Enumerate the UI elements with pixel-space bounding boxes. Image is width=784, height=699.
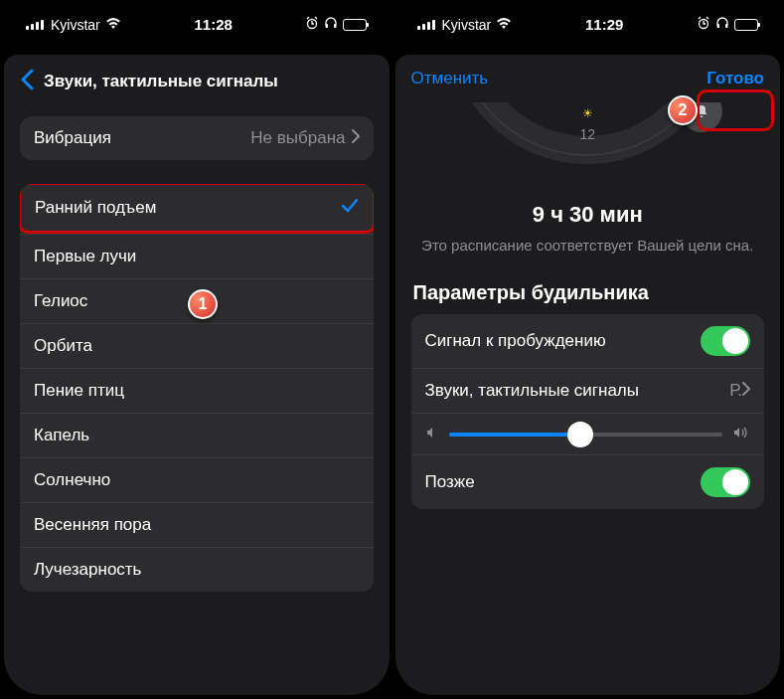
wake-signal-toggle[interactable] <box>701 326 750 356</box>
sounds-haptics-row[interactable]: Звуки, тактильные сигналы Р. <box>411 369 765 413</box>
annotation-marker-2: 2 <box>668 95 698 125</box>
vibration-value: Не выбрана <box>250 128 345 148</box>
wake-signal-row: Сигнал к пробуждению <box>411 314 765 368</box>
volume-slider[interactable] <box>449 433 723 437</box>
done-button[interactable]: Готово <box>706 69 764 88</box>
sound-option[interactable]: Пение птиц <box>20 368 374 413</box>
nav-bar: Звуки, тактильные сигналы <box>4 55 390 108</box>
sound-list: Ранний подъем Первые лучи Гелиос Орбита … <box>20 184 374 592</box>
signal-icon <box>26 20 44 30</box>
status-bar: Kyivstar 11:28 <box>4 4 390 39</box>
wifi-icon <box>105 17 121 33</box>
signal-icon <box>417 20 435 30</box>
alarm-options-group: Сигнал к пробуждению Звуки, тактильные с… <box>411 314 765 509</box>
svg-rect-4 <box>716 24 719 28</box>
carrier-label: Kyivstar <box>442 17 492 33</box>
snooze-row: Позже <box>411 454 765 509</box>
alarm-icon <box>697 16 710 33</box>
alarm-icon <box>305 16 319 33</box>
headphones-icon <box>324 16 338 33</box>
vibration-label: Вибрация <box>34 128 250 148</box>
wifi-icon <box>496 17 512 33</box>
battery-icon <box>734 19 758 31</box>
sound-option[interactable]: Первые лучи <box>20 234 374 278</box>
wake-signal-label: Сигнал к пробуждению <box>425 331 702 351</box>
snooze-toggle[interactable] <box>701 467 750 497</box>
alarm-section-header: Параметры будильника <box>413 281 763 304</box>
sound-option[interactable]: Весенняя пора <box>20 502 374 547</box>
volume-slider-row <box>411 413 765 454</box>
schedule-sheet: Отменить Готово ☀︎ 12 9 ч 30 мин Это рас… <box>395 55 781 695</box>
cancel-button[interactable]: Отменить <box>411 69 489 88</box>
chevron-right-icon <box>742 382 750 400</box>
speaker-high-icon <box>732 426 750 442</box>
speaker-low-icon <box>425 426 439 442</box>
carrier-label: Kyivstar <box>51 17 100 33</box>
annotation-marker-1: 1 <box>188 289 218 319</box>
status-time: 11:29 <box>585 16 623 33</box>
battery-icon <box>343 19 367 31</box>
back-button[interactable] <box>20 69 34 94</box>
chevron-right-icon <box>352 129 360 147</box>
dial-number-12: 12 <box>579 126 595 142</box>
sound-label: Ранний подъем <box>35 198 341 218</box>
duration-label: 9 ч 30 мин <box>421 202 755 228</box>
checkmark-icon <box>341 197 359 219</box>
sounds-haptics-label: Звуки, тактильные сигналы <box>425 381 730 401</box>
annotation-outline-done <box>697 89 774 131</box>
sound-option[interactable]: Капель <box>20 413 374 457</box>
page-title: Звуки, тактильные сигналы <box>44 72 278 91</box>
vibration-row[interactable]: Вибрация Не выбрана <box>20 116 374 160</box>
vibration-group: Вибрация Не выбрана <box>20 116 374 160</box>
phone-left: Kyivstar 11:28 Звуки, тактильные сигналы <box>4 4 390 695</box>
sounds-haptics-value: Р. <box>729 381 742 401</box>
sound-option[interactable]: Солнечно <box>20 457 374 502</box>
svg-rect-2 <box>334 24 337 28</box>
snooze-label: Позже <box>425 472 702 492</box>
status-bar: Kyivstar 11:29 <box>395 4 781 39</box>
headphones-icon <box>715 16 729 33</box>
sound-option[interactable]: Лучезарность <box>20 547 374 592</box>
svg-rect-5 <box>725 24 728 28</box>
slider-thumb[interactable] <box>567 422 593 447</box>
sound-option[interactable]: Орбита <box>20 323 374 368</box>
sounds-sheet: Звуки, тактильные сигналы Вибрация Не вы… <box>4 55 390 695</box>
svg-rect-1 <box>326 24 329 28</box>
status-time: 11:28 <box>194 16 232 33</box>
duration-subtitle: Это расписание соответствует Вашей цели … <box>421 236 755 256</box>
sound-option-selected[interactable]: Ранний подъем <box>20 184 374 234</box>
duration-summary: 9 ч 30 мин Это расписание соответствует … <box>411 180 765 275</box>
sun-icon: ☀︎ <box>582 106 593 120</box>
